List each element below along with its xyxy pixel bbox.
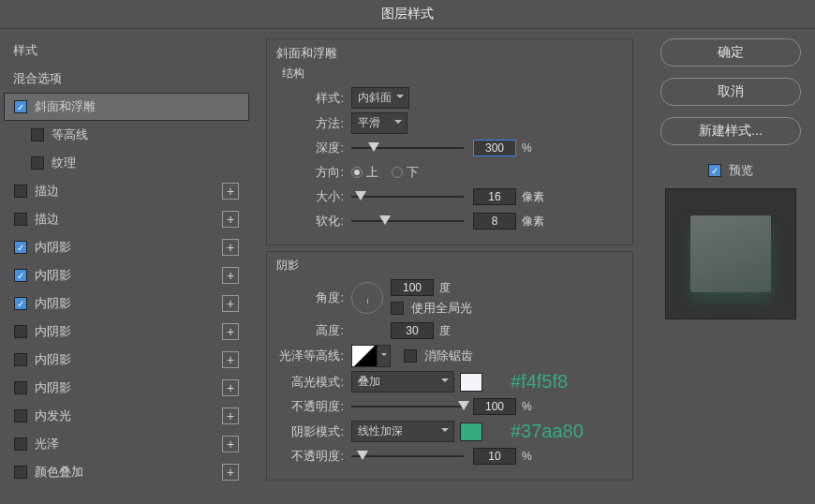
right-panel: 确定 取消 新建样式... 预览 (646, 29, 815, 504)
sidebar-add-icon[interactable]: + (222, 408, 239, 424)
direction-up-label: 上 (366, 164, 378, 181)
sidebar-checkbox-1[interactable] (31, 128, 44, 141)
opacity2-slider[interactable] (351, 450, 464, 463)
depth-input[interactable]: 300 (473, 140, 516, 156)
sidebar-add-icon[interactable]: + (222, 183, 239, 200)
ok-button[interactable]: 确定 (660, 38, 801, 67)
sidebar-checkbox-2[interactable] (31, 156, 44, 170)
sidebar-add-icon[interactable]: + (222, 323, 239, 340)
sidebar-add-icon[interactable]: + (222, 464, 239, 481)
annotation-highlight-hex: #f4f5f8 (511, 371, 568, 393)
sidebar-checkbox-3[interactable] (14, 185, 27, 198)
opacity1-input[interactable]: 100 (473, 398, 516, 415)
method-select[interactable]: 平滑 (351, 112, 408, 134)
annotation-shadow-hex: #37aa80 (511, 421, 584, 442)
sidebar-label-3: 描边 (35, 183, 222, 200)
sidebar-head-blend[interactable]: 混合选项 (4, 65, 249, 93)
sidebar-checkbox-9[interactable] (14, 353, 27, 366)
panel-title: 斜面和浮雕 (276, 45, 623, 62)
main-panel: 斜面和浮雕 结构 样式: 内斜面 方法: 平滑 深度: 300 % 方向: (253, 29, 646, 504)
sidebar-add-icon[interactable]: + (222, 351, 239, 368)
soften-input[interactable]: 8 (473, 213, 516, 230)
depth-label: 深度: (276, 140, 351, 156)
sidebar-checkbox-0[interactable] (14, 100, 27, 113)
global-light-checkbox[interactable]: 使用全局光 (391, 300, 472, 317)
sidebar-checkbox-6[interactable] (14, 269, 27, 282)
altitude-unit: 度 (439, 323, 451, 339)
opacity1-label: 不透明度: (276, 398, 351, 415)
sidebar-item-7[interactable]: 内阴影+ (4, 289, 249, 318)
sidebar-label-5: 内阴影 (35, 239, 222, 256)
highlight-mode-select[interactable]: 叠加 (351, 371, 454, 393)
styles-sidebar: 样式 混合选项 斜面和浮雕等高线纹理描边+描边+内阴影+内阴影+内阴影+内阴影+… (0, 29, 253, 504)
sidebar-checkbox-8[interactable] (14, 325, 27, 338)
shading-title: 阴影 (276, 258, 623, 274)
structure-title: 结构 (276, 66, 623, 82)
sidebar-item-0[interactable]: 斜面和浮雕 (4, 93, 249, 121)
sidebar-item-8[interactable]: 内阴影+ (4, 318, 249, 346)
sidebar-checkbox-11[interactable] (14, 409, 27, 422)
sidebar-label-9: 内阴影 (35, 351, 222, 368)
shadow-mode-select[interactable]: 线性加深 (351, 421, 454, 442)
preview-box (665, 188, 796, 319)
opacity2-label: 不透明度: (276, 448, 351, 465)
sidebar-checkbox-7[interactable] (14, 297, 27, 310)
cancel-button[interactable]: 取消 (660, 78, 801, 106)
direction-up-radio[interactable]: 上 (351, 164, 378, 181)
sidebar-checkbox-13[interactable] (14, 466, 27, 479)
altitude-input[interactable]: 30 (391, 322, 434, 339)
sidebar-checkbox-12[interactable] (14, 437, 27, 451)
opacity2-input[interactable]: 10 (473, 448, 516, 465)
sidebar-item-2[interactable]: 纹理 (4, 149, 249, 177)
direction-label: 方向: (276, 164, 351, 181)
method-label: 方法: (276, 115, 351, 132)
sidebar-label-10: 内阴影 (35, 379, 222, 396)
sidebar-add-icon[interactable]: + (222, 436, 239, 452)
highlight-swatch[interactable] (460, 373, 482, 392)
sidebar-item-1[interactable]: 等高线 (4, 121, 249, 149)
sidebar-item-3[interactable]: 描边+ (4, 177, 249, 205)
direction-down-radio[interactable]: 下 (392, 164, 419, 181)
direction-down-label: 下 (407, 164, 419, 181)
sidebar-item-9[interactable]: 内阴影+ (4, 346, 249, 374)
sidebar-item-13[interactable]: 颜色叠加+ (4, 458, 249, 486)
sidebar-add-icon[interactable]: + (222, 211, 239, 228)
gloss-contour[interactable] (351, 345, 378, 367)
preview-checkbox[interactable]: 预览 (708, 162, 753, 179)
sidebar-item-4[interactable]: 描边+ (4, 205, 249, 233)
opacity1-slider[interactable] (351, 400, 464, 413)
size-unit: 像素 (522, 189, 544, 205)
sidebar-item-5[interactable]: 内阴影+ (4, 233, 249, 261)
angle-dial[interactable] (351, 282, 383, 314)
sidebar-item-6[interactable]: 内阴影+ (4, 261, 249, 289)
sidebar-item-10[interactable]: 内阴影+ (4, 374, 249, 402)
sidebar-head-styles[interactable]: 样式 (4, 37, 249, 65)
soften-slider[interactable] (351, 215, 464, 228)
highlight-mode-label: 高光模式: (276, 374, 351, 391)
sidebar-add-icon[interactable]: + (222, 267, 239, 284)
sidebar-checkbox-5[interactable] (14, 241, 27, 254)
altitude-label: 高度: (276, 322, 351, 339)
dialog-title: 图层样式 (0, 0, 815, 29)
sidebar-checkbox-10[interactable] (14, 381, 27, 394)
depth-slider[interactable] (351, 141, 464, 155)
sidebar-item-12[interactable]: 光泽+ (4, 430, 249, 458)
style-select[interactable]: 内斜面 (351, 87, 409, 109)
sidebar-item-11[interactable]: 内发光+ (4, 402, 249, 430)
opacity1-unit: % (522, 400, 532, 413)
sidebar-add-icon[interactable]: + (222, 295, 239, 312)
sidebar-add-icon[interactable]: + (222, 379, 239, 396)
sidebar-label-12: 光泽 (35, 436, 222, 452)
soften-unit: 像素 (522, 214, 544, 230)
angle-input[interactable]: 100 (391, 279, 434, 296)
sidebar-label-1: 等高线 (52, 126, 239, 143)
sidebar-checkbox-4[interactable] (14, 213, 27, 226)
gloss-contour-dropdown[interactable] (378, 345, 391, 367)
new-style-button[interactable]: 新建样式... (660, 117, 801, 145)
shadow-swatch[interactable] (460, 422, 482, 441)
sidebar-add-icon[interactable]: + (222, 239, 239, 256)
angle-label: 角度: (276, 289, 351, 306)
size-slider[interactable] (351, 190, 464, 203)
anti-alias-checkbox[interactable]: 消除锯齿 (404, 348, 473, 364)
size-input[interactable]: 16 (473, 188, 516, 205)
